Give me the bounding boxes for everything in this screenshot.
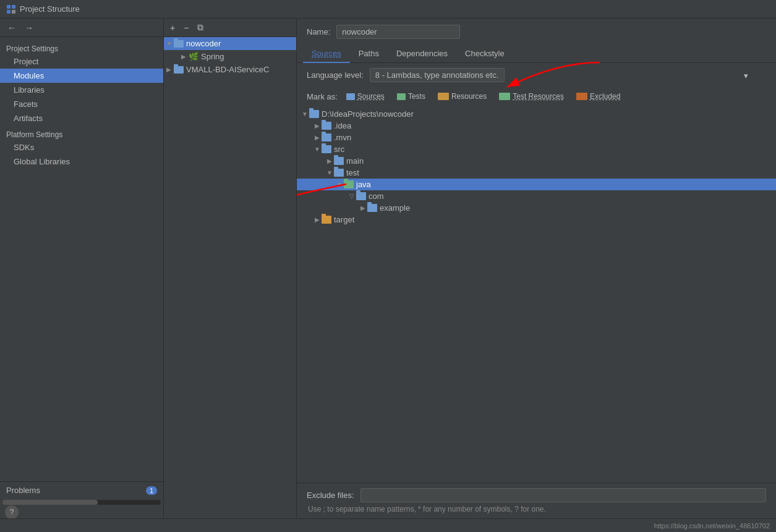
help-button[interactable]: ? xyxy=(5,505,19,518)
module-tree-panel: + − ⧉ ▼ nowcoder ▶ 🌿 Spring ▶ VMALL-BD-A… xyxy=(164,19,297,518)
sidebar-item-artifacts[interactable]: Artifacts xyxy=(0,111,163,125)
ft-folder-icon-target xyxy=(322,216,331,224)
right-panel: Name: Sources Paths Dependencies Checkst… xyxy=(297,19,776,518)
ft-folder-icon-root xyxy=(309,110,319,118)
tabs-row: Sources Paths Dependencies Checkstyle xyxy=(297,45,776,63)
ft-label-java: java xyxy=(356,180,371,189)
tree-arrow-nowcoder: ▼ xyxy=(166,40,174,47)
ft-label-root: D:\IdeaProjects\nowcoder xyxy=(322,109,414,119)
excluded-color-icon xyxy=(576,93,587,100)
markas-excluded-button[interactable]: Excluded xyxy=(573,91,624,102)
svg-rect-2 xyxy=(7,10,11,14)
exclude-label: Exclude files: xyxy=(307,491,354,500)
ft-node-mvn[interactable]: ▶ .mvn xyxy=(297,132,776,143)
exclude-row: Exclude files: xyxy=(307,488,766,502)
ft-folder-icon-test xyxy=(334,169,344,177)
markas-sources-button[interactable]: Sources xyxy=(343,91,388,102)
sidebar-item-project[interactable]: Project xyxy=(0,54,163,69)
problems-row[interactable]: Problems 1 xyxy=(0,481,163,499)
remove-module-button[interactable]: − xyxy=(181,22,191,34)
exclude-hint: Use ; to separate name patterns, * for a… xyxy=(307,505,766,513)
name-input[interactable] xyxy=(336,25,460,39)
ft-arrow-example: ▶ xyxy=(359,205,367,211)
copy-module-button[interactable]: ⧉ xyxy=(195,21,206,34)
tests-color-icon xyxy=(397,93,406,100)
file-tree: ▼ D:\IdeaProjects\nowcoder ▶ .idea ▶ .mv… xyxy=(297,106,776,483)
exclude-input[interactable] xyxy=(360,488,766,502)
markas-row: Mark as: Sources Tests Resources Test Re… xyxy=(297,87,776,106)
ft-node-idea[interactable]: ▶ .idea xyxy=(297,120,776,132)
ft-arrow-idea: ▶ xyxy=(313,122,322,129)
window-title: Project Structure xyxy=(20,4,80,14)
problems-badge: 1 xyxy=(146,486,157,495)
add-module-button[interactable]: + xyxy=(168,22,177,34)
sidebar-nav: Project Settings Project Modules Librari… xyxy=(0,37,163,481)
sidebar-item-facets[interactable]: Facets xyxy=(0,97,163,111)
ft-folder-icon-mvn xyxy=(322,133,331,141)
ft-arrow-java: ▼ xyxy=(335,181,344,188)
name-label: Name: xyxy=(307,27,330,36)
ft-arrow-main: ▶ xyxy=(325,158,334,164)
tree-node-vmall[interactable]: ▶ VMALL-BD-AIServiceC xyxy=(164,63,296,76)
forward-button[interactable]: → xyxy=(22,22,36,34)
tab-sources[interactable]: Sources xyxy=(303,45,350,63)
ft-folder-icon-idea xyxy=(322,122,331,130)
spring-leaf-icon: 🌿 xyxy=(189,52,198,61)
ft-node-java[interactable]: ▼ java xyxy=(297,179,776,190)
ft-node-src[interactable]: ▼ src xyxy=(297,143,776,155)
tree-node-spring[interactable]: ▶ 🌿 Spring xyxy=(164,50,296,63)
ft-node-root[interactable]: ▼ D:\IdeaProjects\nowcoder xyxy=(297,108,776,120)
ft-label-idea: .idea xyxy=(334,121,351,130)
tab-checkstyle[interactable]: Checkstyle xyxy=(456,45,513,63)
tree-label-spring: Spring xyxy=(201,52,224,61)
tree-arrow-vmall: ▶ xyxy=(166,66,174,73)
markas-label: Mark as: xyxy=(307,92,338,101)
language-select[interactable]: 8 - Lambdas, type annotations etc. xyxy=(370,68,505,82)
ft-node-com[interactable]: ▽ com xyxy=(297,190,776,202)
ft-label-main: main xyxy=(346,156,364,166)
ft-node-main[interactable]: ▶ main xyxy=(297,155,776,167)
platform-settings-label: Platform Settings xyxy=(0,125,163,140)
ft-node-test[interactable]: ▼ test xyxy=(297,167,776,179)
sidebar-scrollbar[interactable] xyxy=(2,500,161,505)
ft-folder-icon-example xyxy=(367,204,377,212)
project-structure-icon xyxy=(6,4,16,14)
ft-arrow-mvn: ▶ xyxy=(313,134,322,141)
tab-dependencies[interactable]: Dependencies xyxy=(388,45,456,63)
markas-resources-button[interactable]: Resources xyxy=(434,91,490,102)
ft-node-target[interactable]: ▶ target xyxy=(297,214,776,226)
status-url: https://blog.csdn.net/weixin_48610702 xyxy=(654,522,770,530)
tree-node-nowcoder[interactable]: ▼ nowcoder xyxy=(164,37,296,50)
resources-color-icon xyxy=(438,93,449,100)
language-label: Language level: xyxy=(307,70,364,80)
ft-folder-icon-com xyxy=(356,192,366,200)
name-row: Name: xyxy=(297,19,776,45)
ft-label-com: com xyxy=(369,192,384,201)
sidebar-item-sdks[interactable]: SDKs xyxy=(0,140,163,154)
project-settings-label: Project Settings xyxy=(0,42,163,54)
ft-label-test: test xyxy=(346,168,359,177)
tab-paths[interactable]: Paths xyxy=(350,45,388,63)
ft-folder-icon-main xyxy=(334,157,344,165)
ft-arrow-com: ▽ xyxy=(347,193,356,200)
folder-icon-nowcoder xyxy=(174,40,184,48)
sidebar-toolbar: ← → xyxy=(0,19,163,37)
sidebar-item-global-libraries[interactable]: Global Libraries xyxy=(0,154,163,169)
ft-label-example: example xyxy=(380,203,410,213)
ft-folder-icon-src xyxy=(322,145,331,153)
folder-icon-vmall xyxy=(174,66,184,74)
tree-label-nowcoder: nowcoder xyxy=(186,39,221,48)
bottom-area: Exclude files: Use ; to separate name pa… xyxy=(297,483,776,518)
back-button[interactable]: ← xyxy=(5,22,19,34)
sidebar-item-modules[interactable]: Modules xyxy=(0,69,163,83)
markas-test-resources-button[interactable]: Test Resources xyxy=(495,91,568,102)
ft-arrow-test: ▼ xyxy=(325,169,334,176)
svg-rect-0 xyxy=(7,5,11,9)
sidebar-item-libraries[interactable]: Libraries xyxy=(0,83,163,97)
tree-arrow-spring: ▶ xyxy=(181,53,189,60)
markas-tests-button[interactable]: Tests xyxy=(393,91,429,102)
sidebar: ← → Project Settings Project Modules Lib… xyxy=(0,19,164,518)
ft-node-example[interactable]: ▶ example xyxy=(297,202,776,214)
ft-label-target: target xyxy=(334,215,354,224)
language-select-wrapper: 8 - Lambdas, type annotations etc. xyxy=(370,68,753,82)
